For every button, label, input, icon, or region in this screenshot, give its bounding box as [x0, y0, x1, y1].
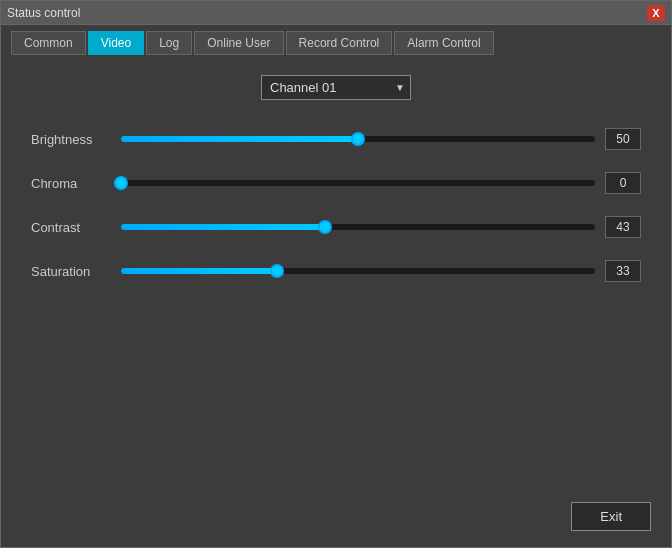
window-title: Status control [7, 6, 80, 20]
channel-select[interactable]: Channel 01 Channel 02 Channel 03 Channel… [261, 75, 411, 100]
brightness-value: 50 [605, 128, 641, 150]
chroma-thumb[interactable] [114, 176, 128, 190]
saturation-track [121, 268, 595, 274]
chroma-row: Chroma 0 [31, 172, 641, 194]
chroma-value: 0 [605, 172, 641, 194]
contrast-thumb[interactable] [318, 220, 332, 234]
title-bar: Status control X [1, 1, 671, 25]
main-window: Status control X Common Video Log Online… [0, 0, 672, 548]
tab-record-control[interactable]: Record Control [286, 31, 393, 55]
contrast-row: Contrast 43 [31, 216, 641, 238]
tab-video[interactable]: Video [88, 31, 144, 55]
saturation-label: Saturation [31, 264, 121, 279]
channel-row: Channel 01 Channel 02 Channel 03 Channel… [31, 75, 641, 100]
brightness-thumb[interactable] [351, 132, 365, 146]
chroma-label: Chroma [31, 176, 121, 191]
brightness-track [121, 136, 595, 142]
saturation-value: 33 [605, 260, 641, 282]
contrast-track [121, 224, 595, 230]
brightness-row: Brightness 50 [31, 128, 641, 150]
chroma-slider-wrapper[interactable] [121, 173, 595, 193]
contrast-label: Contrast [31, 220, 121, 235]
tab-log[interactable]: Log [146, 31, 192, 55]
contrast-value: 43 [605, 216, 641, 238]
brightness-slider-wrapper[interactable] [121, 129, 595, 149]
close-button[interactable]: X [647, 5, 665, 21]
contrast-fill [121, 224, 325, 230]
tab-common[interactable]: Common [11, 31, 86, 55]
content-area: Channel 01 Channel 02 Channel 03 Channel… [1, 55, 671, 492]
tab-bar: Common Video Log Online User Record Cont… [1, 25, 671, 55]
saturation-slider-wrapper[interactable] [121, 261, 595, 281]
saturation-row: Saturation 33 [31, 260, 641, 282]
tab-online-user[interactable]: Online User [194, 31, 283, 55]
contrast-slider-wrapper[interactable] [121, 217, 595, 237]
tab-alarm-control[interactable]: Alarm Control [394, 31, 493, 55]
footer: Exit [1, 492, 671, 547]
exit-button[interactable]: Exit [571, 502, 651, 531]
saturation-fill [121, 268, 277, 274]
brightness-fill [121, 136, 358, 142]
saturation-thumb[interactable] [270, 264, 284, 278]
brightness-label: Brightness [31, 132, 121, 147]
chroma-track [121, 180, 595, 186]
channel-select-wrapper: Channel 01 Channel 02 Channel 03 Channel… [261, 75, 411, 100]
